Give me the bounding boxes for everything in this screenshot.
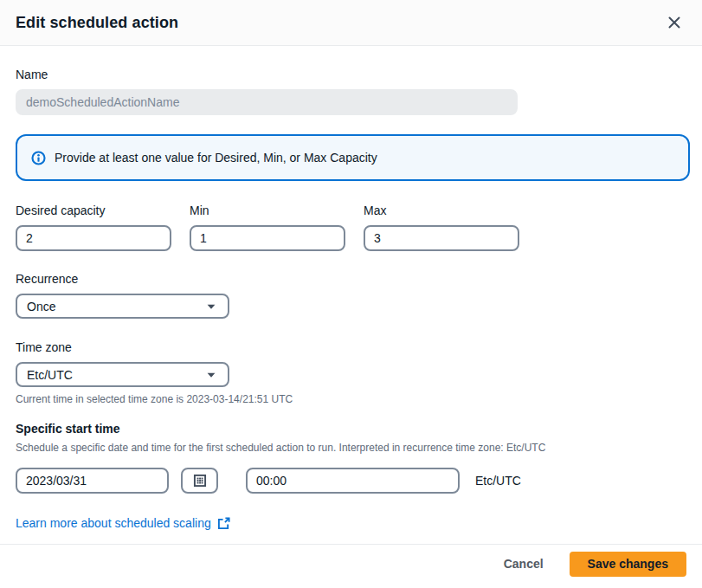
recurrence-field: Recurrence Once [16, 272, 690, 319]
recurrence-select[interactable]: Once [16, 294, 229, 319]
start-time-label: Specific start time [16, 422, 690, 436]
start-date-input[interactable] [16, 468, 169, 494]
external-link-icon[interactable] [217, 517, 230, 530]
recurrence-selected-value: Once [27, 300, 55, 313]
calendar-icon [193, 474, 207, 488]
caret-down-icon [205, 300, 217, 313]
learn-more-row: Learn more about scheduled scaling [16, 516, 690, 530]
edit-scheduled-action-modal: Edit scheduled action Name Provide at le [0, 0, 702, 588]
recurrence-label: Recurrence [16, 272, 690, 286]
close-icon [667, 16, 681, 29]
info-circle-icon [31, 151, 46, 165]
desired-capacity-label: Desired capacity [16, 204, 171, 217]
capacity-row: Desired capacity Min Max [16, 204, 690, 251]
caret-down-icon [205, 369, 217, 381]
modal-footer: Cancel Save changes [0, 544, 702, 588]
modal-header: Edit scheduled action [0, 0, 702, 46]
timezone-selected-value: Etc/UTC [27, 368, 73, 382]
info-alert: Provide at least one value for Desired, … [16, 134, 690, 181]
start-time-inputs-row: Etc/UTC [16, 468, 690, 494]
start-time-description: Schedule a specific date and time for th… [16, 442, 690, 454]
name-label: Name [16, 68, 690, 81]
max-capacity-field: Max [364, 204, 519, 251]
min-label: Min [190, 204, 345, 217]
desired-capacity-field: Desired capacity [16, 204, 171, 251]
start-time-input[interactable] [246, 468, 460, 494]
min-capacity-field: Min [190, 204, 345, 251]
max-input[interactable] [364, 225, 519, 251]
timezone-label: Time zone [16, 340, 690, 354]
timezone-suffix: Etc/UTC [475, 474, 521, 488]
cancel-button[interactable]: Cancel [502, 553, 545, 574]
calendar-picker-button[interactable] [181, 468, 218, 494]
name-input [16, 89, 518, 115]
timezone-field: Time zone Etc/UTC Current time in select… [16, 340, 690, 405]
modal-body: Name Provide at least one value for Desi… [0, 46, 702, 544]
modal-title: Edit scheduled action [16, 14, 178, 32]
current-time-helper: Current time in selected time zone is 20… [16, 393, 690, 405]
close-button[interactable] [664, 12, 685, 33]
desired-capacity-input[interactable] [16, 225, 171, 251]
min-input[interactable] [190, 225, 345, 251]
alert-message: Provide at least one value for Desired, … [55, 151, 377, 165]
learn-more-link[interactable]: Learn more about scheduled scaling [16, 516, 211, 530]
max-label: Max [364, 204, 519, 217]
start-time-section: Specific start time Schedule a specific … [16, 422, 690, 494]
timezone-select[interactable]: Etc/UTC [16, 362, 229, 387]
save-changes-button[interactable]: Save changes [570, 552, 686, 577]
